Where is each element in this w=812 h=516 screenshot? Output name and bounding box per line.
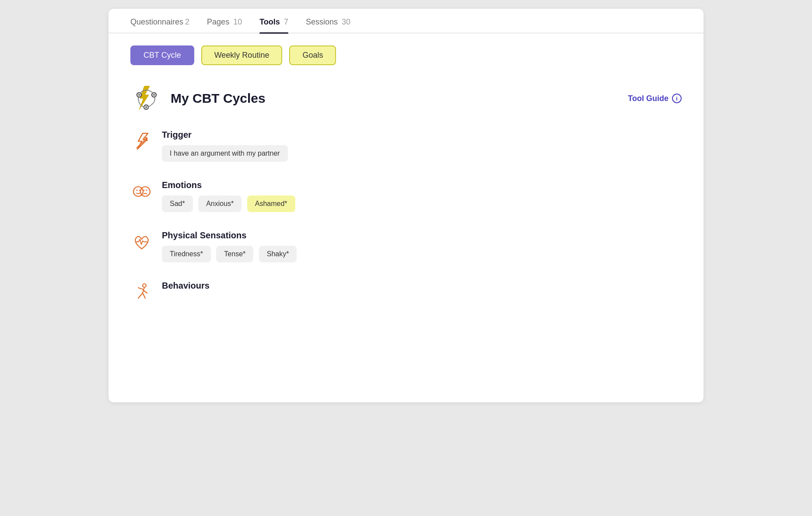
svg-line-8 [136, 138, 147, 148]
tab-count: 10 [233, 17, 242, 26]
tab-tools[interactable]: Tools 7 [259, 17, 288, 33]
physical-tiredness: Tiredness* [162, 246, 211, 262]
svg-point-10 [136, 190, 138, 191]
svg-marker-7 [137, 133, 148, 149]
emotions-label: Emotions [162, 180, 682, 190]
svg-line-18 [143, 293, 145, 298]
emotions-content: Emotions Sad* Anxious* Ashamed* [162, 180, 682, 215]
tab-label: Questionnaires [130, 17, 183, 26]
behaviours-label: Behaviours [162, 281, 682, 291]
tab-label: Tools [259, 17, 280, 26]
tab-count: 2 [185, 17, 189, 26]
emotions-section: Emotions Sad* Anxious* Ashamed* [130, 180, 682, 215]
tab-pages[interactable]: Pages 10 [207, 17, 242, 33]
tab-count: 7 [284, 17, 288, 26]
chip-weekly-routine[interactable]: Weekly Routine [201, 45, 283, 65]
svg-line-20 [144, 290, 147, 293]
svg-point-2 [153, 94, 155, 96]
physical-icon [130, 230, 153, 253]
tab-label: Pages [207, 17, 229, 26]
physical-label: Physical Sensations [162, 230, 682, 241]
emotions-icon [130, 180, 153, 203]
chip-goals[interactable]: Goals [289, 45, 336, 65]
emotion-anxious: Anxious* [198, 195, 242, 212]
svg-point-6 [138, 94, 140, 96]
physical-content: Physical Sensations Tiredness* Tense* Sh… [162, 230, 682, 265]
svg-line-17 [138, 293, 143, 298]
content-area: My CBT Cycles Tool Guide i Trigger I [108, 74, 704, 337]
trigger-label: Trigger [162, 130, 682, 140]
tool-guide-label: Tool Guide [628, 94, 668, 103]
chip-label: Weekly Routine [214, 51, 270, 59]
svg-point-14 [146, 190, 147, 191]
trigger-section: Trigger I have an argument with my partn… [130, 130, 682, 164]
tool-header: My CBT Cycles Tool Guide i [130, 83, 682, 114]
physical-section: Physical Sensations Tiredness* Tense* Sh… [130, 230, 682, 265]
emotion-ashamed: Ashamed* [247, 195, 295, 212]
tab-questionnaires[interactable]: Questionnaires2 [130, 17, 189, 33]
main-card: Questionnaires2 Pages 10 Tools 7 Session… [108, 9, 704, 402]
behaviours-icon [130, 281, 153, 303]
chips-row: CBT Cycle Weekly Routine Goals [108, 33, 704, 74]
chip-cbt-cycle[interactable]: CBT Cycle [130, 45, 194, 65]
emotion-sad: Sad* [162, 195, 193, 212]
tool-header-left: My CBT Cycles [130, 83, 266, 114]
svg-point-11 [139, 190, 140, 191]
trigger-icon [130, 130, 153, 153]
behaviours-content: Behaviours [162, 281, 682, 296]
svg-line-19 [138, 288, 144, 289]
svg-point-13 [144, 190, 145, 191]
info-icon: i [672, 94, 682, 103]
chip-label: Goals [302, 51, 323, 59]
physical-shaky: Shaky* [259, 246, 297, 262]
tab-bar: Questionnaires2 Pages 10 Tools 7 Session… [108, 9, 704, 33]
behaviours-section: Behaviours [130, 281, 682, 303]
tab-sessions[interactable]: Sessions 30 [306, 17, 350, 33]
svg-point-12 [140, 187, 150, 196]
tool-title: My CBT Cycles [171, 91, 266, 106]
tab-label: Sessions [306, 17, 338, 26]
svg-point-4 [145, 106, 147, 108]
chip-label: CBT Cycle [144, 51, 181, 59]
cbt-cycles-logo [130, 83, 162, 114]
tab-count: 30 [342, 17, 350, 26]
trigger-content: Trigger I have an argument with my partn… [162, 130, 682, 164]
trigger-value: I have an argument with my partner [162, 145, 288, 162]
tool-guide-button[interactable]: Tool Guide i [628, 94, 682, 103]
physical-tense: Tense* [216, 246, 253, 262]
svg-point-15 [143, 284, 146, 287]
